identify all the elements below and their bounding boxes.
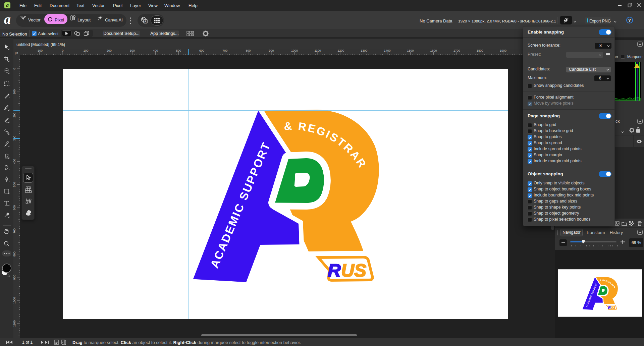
svg-text:!: ! [637,64,638,68]
svg-text:A: A [144,20,147,23]
